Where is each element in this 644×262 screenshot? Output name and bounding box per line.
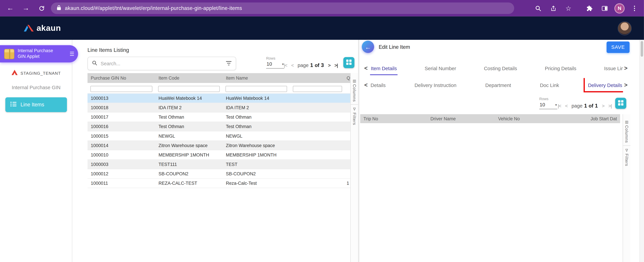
browser-chrome: ← → akaun.cloud/#/applet/tnt/wavelet/erp… <box>0 0 644 16</box>
line-items-table: Purchase GIN No Item Code Item Name Qty … <box>88 73 350 188</box>
panel-divider <box>358 40 359 262</box>
applet-box-icon <box>4 49 14 59</box>
tenant-logo-icon <box>12 69 18 77</box>
filter-input-col4[interactable] <box>293 86 342 92</box>
kebab-menu-icon[interactable]: ⋮ <box>629 3 640 14</box>
col-vehicle-no: Vehicle No <box>495 116 587 121</box>
table-row[interactable]: 1000013HuaWei Matebook 14HuaWei Matebook… <box>88 94 350 103</box>
col-item-name: Item Name <box>223 76 290 80</box>
tab-item-details[interactable]: Item Details <box>370 62 398 75</box>
search-icon[interactable] <box>532 3 543 14</box>
applet-name: Internal Purchase GIN Applet <box>18 48 53 60</box>
back-icon[interactable]: ← <box>5 3 16 14</box>
first-page-button[interactable]: |< <box>284 63 287 68</box>
rows-select[interactable]: 10 ▾ <box>539 101 557 109</box>
tab-issue-link[interactable]: Issue Lin <box>603 62 623 75</box>
tab-strip-secondary: < Details Delivery Instruction Departmen… <box>359 78 639 92</box>
rows-select[interactable]: 10 ▾ <box>266 60 284 69</box>
table-row[interactable]: 1000016Test OthmanTest Othman <box>88 122 350 132</box>
chevron-down-icon: ▾ <box>555 103 557 106</box>
table-row[interactable]: 1000010MEMBERSHIP 1MONTHMEMBERSHIP 1MONT… <box>88 150 350 160</box>
filters-side-tab[interactable]: ∇ Filters <box>623 146 630 168</box>
reload-icon[interactable] <box>36 3 47 14</box>
tab-delivery-details[interactable]: Delivery Details <box>587 78 623 92</box>
table-row[interactable]: 1000014Zitron Warehouse spaceZitron Ware… <box>88 141 350 150</box>
tab-department[interactable]: Department <box>484 78 512 92</box>
table-side-tabs: ▥ Columns ∇ Filters <box>623 114 630 262</box>
sidebar: Internal Purchase GIN Applet ☰ STAGING_T… <box>0 40 72 262</box>
table-row[interactable]: 1000003TEST111TEST <box>88 160 350 169</box>
columns-icon: ▥ <box>625 120 628 124</box>
save-button[interactable]: SAVE <box>607 42 630 53</box>
akaun-logo[interactable]: akaun <box>24 23 61 33</box>
chevron-left-icon[interactable]: < <box>363 82 369 88</box>
user-avatar[interactable] <box>618 21 632 35</box>
share-icon[interactable] <box>548 3 558 14</box>
delivery-details-table: Trip No Driver Name Vehicle No Job Start… <box>360 114 620 123</box>
table-settings-button[interactable] <box>343 57 354 68</box>
split-screen-icon[interactable] <box>599 3 610 14</box>
tab-serial-number[interactable]: Serial Number <box>424 62 457 75</box>
hamburger-menu-icon[interactable]: ☰ <box>70 51 74 57</box>
next-page-button[interactable]: > <box>602 104 604 108</box>
first-page-button[interactable]: |< <box>558 104 561 108</box>
extensions-icon[interactable] <box>584 3 594 14</box>
last-page-button[interactable]: >| <box>608 104 612 108</box>
tab-pricing-details[interactable]: Pricing Details <box>544 62 577 75</box>
bookmark-star-icon[interactable]: ☆ <box>563 3 574 14</box>
panel-title: Edit Line Item <box>379 44 410 50</box>
table-row[interactable]: 1000012SB-COUPON2SB-COUPON2 <box>88 169 350 178</box>
applet-badge[interactable]: Internal Purchase GIN Applet ☰ <box>0 45 78 62</box>
sidebar-item-line-items[interactable]: Line Items <box>6 97 67 112</box>
line-items-panel: Line Items Listing Rows 10 ▾ |< < page 1 <box>73 40 358 262</box>
search-input[interactable] <box>101 60 223 66</box>
search-icon <box>92 60 98 67</box>
list-icon <box>10 102 17 108</box>
columns-side-tab[interactable]: ▥ Columns <box>352 76 357 104</box>
prev-page-button[interactable]: < <box>565 104 568 108</box>
chevron-right-icon[interactable]: > <box>623 65 629 72</box>
grid-icon <box>618 100 624 107</box>
filter-input-item-code[interactable] <box>158 86 220 92</box>
prev-page-button[interactable]: < <box>291 63 294 68</box>
col-item-code: Item Code <box>155 76 223 80</box>
tab-costing-details[interactable]: Costing Details <box>483 62 518 75</box>
tab-details[interactable]: Details <box>370 78 386 92</box>
table-settings-button[interactable] <box>615 98 626 109</box>
address-bar[interactable]: akaun.cloud/#/applet/tnt/wavelet/erp/int… <box>51 2 514 14</box>
grid-icon <box>346 59 352 66</box>
sidebar-item-label: Line Items <box>20 102 44 108</box>
next-page-button[interactable]: > <box>328 63 330 68</box>
table-row[interactable]: 1000011REZA-CALC-TESTReza-Calc-Test1 <box>88 179 350 188</box>
filters-side-tab[interactable]: ∇ Filters <box>351 104 358 128</box>
table-row[interactable]: 1000017Test OthmanTest Othman <box>88 112 350 122</box>
filter-input-gin-no[interactable] <box>90 86 152 92</box>
filter-input-item-name[interactable] <box>226 86 287 92</box>
back-button[interactable]: ← <box>362 41 374 53</box>
tenant-selector[interactable]: STAGING_TENANT <box>0 69 72 77</box>
chevron-left-icon[interactable]: < <box>363 65 369 72</box>
column-filter-row <box>88 83 350 94</box>
table-row[interactable]: 1000018IDA ITEM 2IDA ITEM 2 <box>88 103 350 112</box>
table-side-tabs: ▥ Columns ∇ Filters <box>350 73 358 262</box>
col-trip-no: Trip No <box>360 116 427 121</box>
forward-icon[interactable]: → <box>20 3 31 14</box>
col-job-start-date: Job Start Dat <box>587 116 620 121</box>
columns-side-tab[interactable]: ▥ Columns <box>624 118 629 146</box>
url-text: akaun.cloud/#/applet/tnt/wavelet/erp/int… <box>65 6 242 11</box>
akaun-logo-icon <box>24 23 34 33</box>
tab-doc-link[interactable]: Doc Link <box>539 78 560 92</box>
browser-actions: ☆ N ⋮ <box>532 3 640 14</box>
col-qty: Qty <box>345 76 350 80</box>
scrollbar-thumb[interactable] <box>641 41 643 57</box>
table-row[interactable]: 1000015NEWGLNEWGL <box>88 132 350 141</box>
tab-delivery-instruction[interactable]: Delivery Instruction <box>414 78 457 92</box>
last-page-button[interactable]: >| <box>334 63 338 68</box>
page-indicator: page 1 of 1 <box>572 103 598 109</box>
chevron-right-icon[interactable]: > <box>623 82 629 88</box>
screen: ← → akaun.cloud/#/applet/tnt/wavelet/erp… <box>0 0 644 262</box>
lock-icon <box>57 4 61 12</box>
browser-profile-badge[interactable]: N <box>614 3 625 13</box>
search-bar <box>88 57 236 70</box>
filter-list-icon[interactable] <box>226 60 232 67</box>
